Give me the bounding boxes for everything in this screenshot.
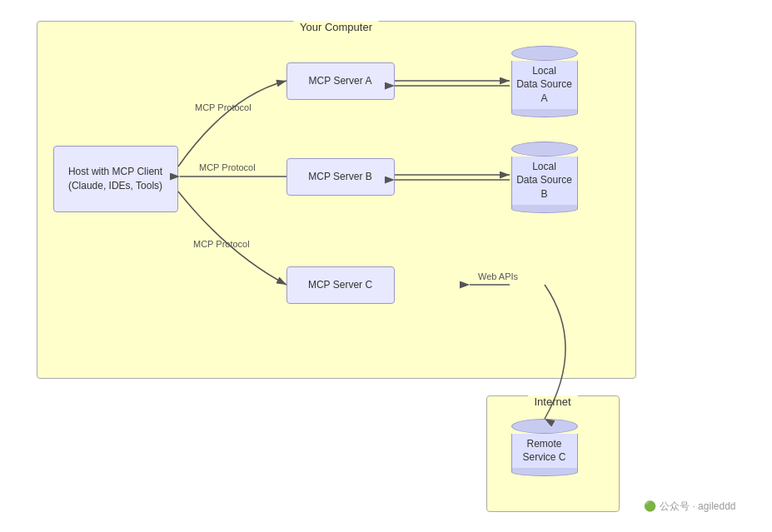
watermark: 🟢 公众号 · agileddd bbox=[644, 500, 735, 514]
cylinder-b-body: LocalData Source B bbox=[511, 157, 578, 209]
server-a-node: MCP Server A bbox=[286, 62, 395, 100]
remote-service-c: RemoteService C bbox=[511, 419, 578, 477]
server-c-node: MCP Server C bbox=[286, 266, 395, 304]
data-source-b: LocalData Source B bbox=[511, 142, 578, 213]
internet-label: Internet bbox=[527, 395, 577, 408]
data-source-a: LocalData Source A bbox=[511, 46, 578, 117]
cylinder-b-top bbox=[511, 142, 578, 157]
cylinder-a-bottom bbox=[511, 109, 578, 117]
cylinder-a-body: LocalData Source A bbox=[511, 61, 578, 113]
diagram-wrapper: Your Computer Internet Host with MCP Cli… bbox=[0, 0, 772, 532]
server-b-node: MCP Server B bbox=[286, 158, 395, 196]
cylinder-c-bottom bbox=[511, 468, 578, 476]
server-c-label: MCP Server C bbox=[308, 278, 372, 292]
your-computer-label: Your Computer bbox=[293, 21, 379, 33]
watermark-text: 公众号 · agileddd bbox=[660, 500, 735, 514]
cylinder-b-bottom bbox=[511, 205, 578, 213]
cylinder-c-top bbox=[511, 419, 578, 434]
server-b-label: MCP Server B bbox=[308, 170, 371, 184]
diagram-container: Your Computer Internet Host with MCP Cli… bbox=[20, 12, 753, 520]
watermark-icon: 🟢 bbox=[644, 500, 656, 512]
cylinder-a-top bbox=[511, 46, 578, 61]
host-node: Host with MCP Client(Claude, IDEs, Tools… bbox=[53, 146, 178, 212]
server-a-label: MCP Server A bbox=[309, 74, 372, 88]
host-label: Host with MCP Client(Claude, IDEs, Tools… bbox=[68, 165, 162, 193]
cylinder-c-body: RemoteService C bbox=[511, 434, 578, 473]
